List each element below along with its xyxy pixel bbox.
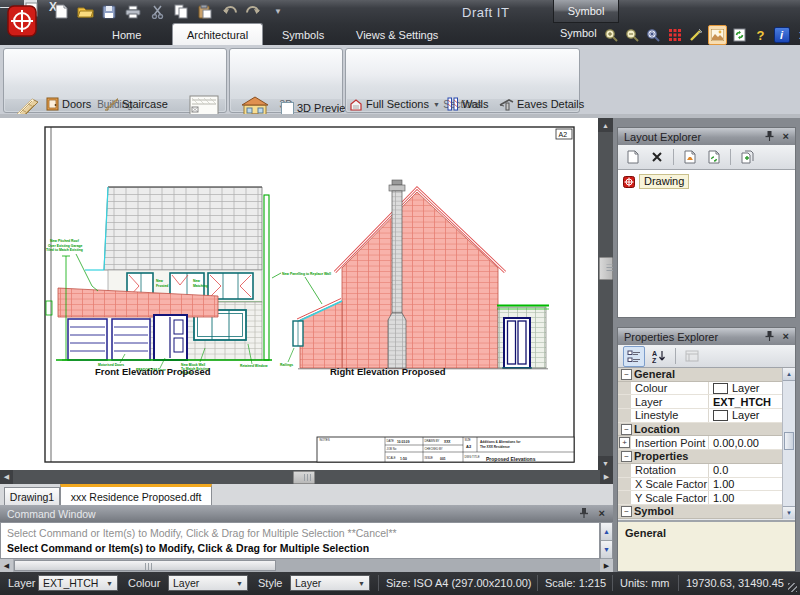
tab-views-settings[interactable]: Views & Settings bbox=[342, 24, 452, 45]
scroll-down-icon[interactable]: ▼ bbox=[783, 506, 795, 519]
print-icon[interactable] bbox=[124, 3, 142, 20]
colour-value: Layer bbox=[173, 577, 199, 589]
category-row[interactable]: −Properties bbox=[618, 450, 795, 464]
import-layout-icon[interactable] bbox=[680, 148, 700, 167]
command-history[interactable]: Select Command or Item(s) to Modify, Cli… bbox=[0, 522, 600, 559]
command-scroll-thumb[interactable] bbox=[14, 560, 276, 571]
copy-icon[interactable] bbox=[172, 3, 190, 20]
alphabetical-sort-icon[interactable]: AZ bbox=[649, 347, 669, 366]
refresh-drawing-icon[interactable] bbox=[731, 26, 748, 44]
svg-text:The XXX Residence: The XXX Residence bbox=[480, 445, 510, 449]
horizontal-scroll-thumb[interactable] bbox=[293, 471, 315, 484]
property-row[interactable]: ColourLayer bbox=[618, 382, 795, 396]
property-row[interactable]: Y Scale Factor1.00 bbox=[618, 491, 795, 505]
doc-tab-drawing1[interactable]: Drawing1 bbox=[4, 487, 60, 506]
redo-icon[interactable] bbox=[244, 3, 262, 20]
new-icon[interactable] bbox=[52, 3, 70, 20]
canvas-horizontal-scrollbar[interactable]: ◀ ▶ bbox=[0, 470, 613, 484]
property-description: General bbox=[618, 520, 795, 571]
collapse-icon[interactable]: − bbox=[621, 424, 632, 435]
colour-dropdown[interactable]: Layer▼ bbox=[168, 575, 248, 591]
help-icon[interactable]: ? bbox=[752, 26, 769, 44]
pin-icon[interactable] bbox=[765, 130, 774, 141]
delete-layout-icon[interactable] bbox=[647, 148, 667, 167]
property-label: Layer bbox=[631, 395, 709, 408]
property-row[interactable]: X Scale Factor1.00 bbox=[618, 478, 795, 492]
property-row[interactable]: +Insertion Point0.00,0.00 bbox=[618, 436, 795, 450]
checkbox-icon bbox=[281, 102, 294, 115]
scroll-up-icon[interactable]: ▲ bbox=[601, 523, 612, 541]
svg-text:Retained Window: Retained Window bbox=[240, 364, 268, 368]
vertical-scroll-thumb[interactable] bbox=[599, 257, 613, 280]
pin-icon[interactable] bbox=[765, 330, 774, 341]
layout-item-drawing[interactable]: Drawing bbox=[623, 174, 689, 189]
eaves-details-label: Eaves Details bbox=[517, 98, 584, 110]
category-row[interactable]: −Symbol bbox=[618, 505, 795, 519]
walls-sections-button[interactable]: Walls bbox=[446, 96, 488, 112]
ribbon-close-icon[interactable]: x bbox=[794, 26, 800, 44]
qat-customize-caret-icon[interactable]: ▼ bbox=[274, 7, 282, 16]
quick-access-toolbar: ▼ bbox=[52, 3, 282, 20]
collapse-icon[interactable]: − bbox=[621, 506, 632, 517]
zoom-extents-icon[interactable] bbox=[645, 26, 662, 44]
properties-scroll-thumb[interactable] bbox=[784, 432, 794, 450]
undo-icon[interactable] bbox=[220, 3, 238, 20]
full-sections-button[interactable]: Full Sections▼ bbox=[349, 96, 440, 112]
properties-scrollbar[interactable]: ▲ ▼ bbox=[782, 368, 795, 519]
new-layout-icon[interactable] bbox=[623, 148, 643, 167]
svg-text:SIZE: SIZE bbox=[465, 438, 471, 442]
grid-toggle-icon[interactable] bbox=[666, 26, 683, 44]
property-row[interactable]: LinestyleLayer bbox=[618, 409, 795, 423]
open-icon[interactable] bbox=[76, 3, 94, 20]
walls-sections-label: Walls bbox=[462, 98, 488, 110]
scroll-up-icon[interactable]: ▲ bbox=[598, 118, 613, 132]
collapse-icon[interactable]: − bbox=[621, 451, 632, 462]
scroll-down-icon[interactable]: ▼ bbox=[601, 541, 612, 559]
refresh-layout-icon[interactable] bbox=[704, 148, 724, 167]
application-button[interactable] bbox=[7, 2, 39, 40]
save-icon[interactable] bbox=[100, 3, 118, 20]
close-panel-icon[interactable]: × bbox=[783, 330, 789, 342]
tab-symbols[interactable]: Symbols bbox=[268, 24, 338, 45]
close-panel-icon[interactable]: × bbox=[599, 507, 605, 519]
category-row[interactable]: −Location bbox=[618, 423, 795, 437]
info-icon[interactable]: i bbox=[773, 26, 790, 44]
svg-text:Tiled to Match Existing: Tiled to Match Existing bbox=[46, 248, 83, 252]
scroll-right-icon[interactable]: ▶ bbox=[600, 559, 613, 572]
style-dropdown[interactable]: Layer▼ bbox=[290, 575, 370, 591]
property-label: Colour bbox=[631, 382, 709, 395]
property-label: Rotation bbox=[631, 464, 709, 477]
property-row[interactable]: LayerEXT_HTCH bbox=[618, 395, 795, 409]
resize-grip[interactable] bbox=[788, 583, 797, 592]
duplicate-layout-icon[interactable] bbox=[737, 148, 757, 167]
tab-home[interactable]: Home bbox=[98, 24, 155, 45]
paste-icon[interactable] bbox=[196, 3, 214, 20]
drawing-canvas[interactable]: A2 bbox=[0, 118, 598, 470]
snap-toggle-icon[interactable] bbox=[687, 26, 704, 44]
image-preview-toggle-icon[interactable] bbox=[708, 25, 727, 45]
doors-button[interactable]: Doors bbox=[46, 96, 91, 112]
collapse-icon[interactable]: − bbox=[621, 369, 632, 380]
cut-icon[interactable] bbox=[148, 3, 166, 20]
property-pages-icon[interactable] bbox=[682, 347, 702, 366]
expand-icon[interactable]: + bbox=[619, 437, 630, 448]
zoom-out-icon[interactable] bbox=[624, 26, 641, 44]
pin-icon[interactable] bbox=[579, 507, 589, 518]
scroll-right-icon[interactable]: ▶ bbox=[600, 470, 613, 484]
scroll-left-icon[interactable]: ◀ bbox=[0, 559, 13, 572]
property-row[interactable]: Rotation0.0 bbox=[618, 464, 795, 478]
staircase-button[interactable]: Staircase bbox=[104, 96, 168, 112]
zoom-in-icon[interactable] bbox=[603, 26, 620, 44]
tab-architectural[interactable]: Architectural bbox=[172, 23, 263, 46]
scroll-left-icon[interactable]: ◀ bbox=[0, 470, 13, 484]
command-horizontal-scrollbar[interactable]: ◀ ▶ bbox=[0, 559, 613, 572]
scroll-up-icon[interactable]: ▲ bbox=[783, 368, 795, 381]
eaves-details-button[interactable]: Eaves Details bbox=[499, 96, 584, 112]
category-row[interactable]: −General bbox=[618, 368, 795, 382]
scroll-down-icon[interactable]: ▼ bbox=[598, 456, 613, 470]
canvas-vertical-scrollbar[interactable]: ▲ ▼ bbox=[598, 118, 613, 470]
close-panel-icon[interactable]: × bbox=[783, 130, 789, 142]
layer-dropdown[interactable]: EXT_HTCH▼ bbox=[38, 575, 118, 591]
categorized-view-icon[interactable] bbox=[623, 346, 645, 367]
command-vertical-scrollbar[interactable]: ▲ ▼ bbox=[600, 522, 613, 559]
